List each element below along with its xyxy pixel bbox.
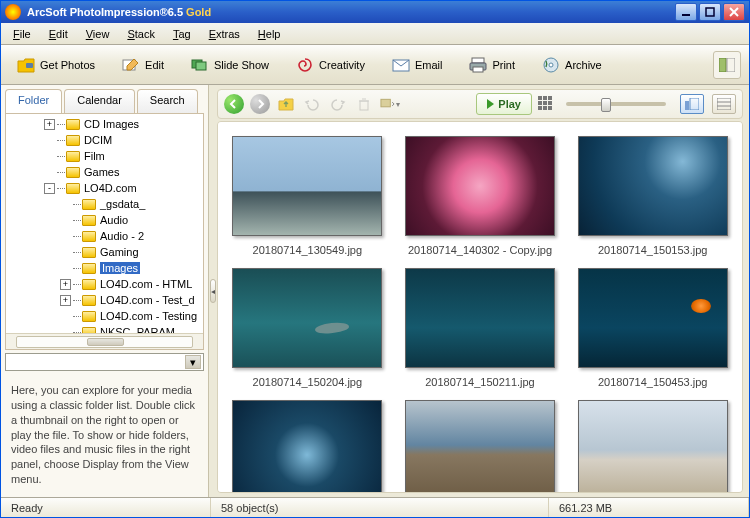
menu-file[interactable]: File	[5, 26, 39, 42]
edit-button[interactable]: Edit	[114, 51, 171, 79]
menu-tag[interactable]: Tag	[165, 26, 199, 42]
delete-button[interactable]	[354, 94, 374, 114]
thumbnail-item[interactable]: 20180714_150453.jpg	[571, 268, 734, 388]
tree-node[interactable]: Images	[6, 260, 203, 276]
nav-back-button[interactable]	[224, 94, 244, 114]
menu-stack[interactable]: Stack	[119, 26, 163, 42]
thumbnail-item[interactable]: 20180714_150211.jpg	[399, 268, 562, 388]
folder-tree[interactable]: +CD ImagesDCIMFilmGames-LO4D.com_gsdata_…	[6, 114, 203, 333]
tree-toggle-icon[interactable]: +	[44, 119, 55, 130]
thumbnail-image	[232, 400, 382, 493]
nav-forward-button[interactable]	[250, 94, 270, 114]
left-pane: FolderCalendarSearch +CD ImagesDCIMFilmG…	[1, 85, 209, 497]
tree-label: LO4D.com - Testing	[100, 310, 197, 322]
thumbnail-item[interactable]: 20180714_150153.jpg	[571, 136, 734, 256]
tree-node[interactable]: _gsdata_	[6, 196, 203, 212]
toolbar-label: Email	[415, 59, 443, 71]
display-options-button[interactable]: ▾	[380, 94, 400, 114]
minimize-button[interactable]	[675, 3, 697, 21]
tree-node[interactable]: Audio - 2	[6, 228, 203, 244]
thumbnail-filename: 20180714_130549.jpg	[253, 244, 363, 256]
rotate-left-button[interactable]	[302, 94, 322, 114]
main-toolbar: Get PhotosEditSlide ShowCreativityEmailP…	[1, 45, 749, 85]
tree-node[interactable]: +LO4D.com - Test_d	[6, 292, 203, 308]
menu-bar: FileEditViewStackTagExtrasHelp	[1, 23, 749, 45]
toolbar-label: Slide Show	[214, 59, 269, 71]
folder-icon	[66, 135, 80, 146]
menu-edit[interactable]: Edit	[41, 26, 76, 42]
title-edition: Gold	[186, 6, 211, 18]
email-button[interactable]: Email	[384, 51, 450, 79]
tree-node[interactable]: Gaming	[6, 244, 203, 260]
tree-label: LO4D.com	[84, 182, 137, 194]
get-photos-button[interactable]: Get Photos	[9, 51, 102, 79]
menu-view[interactable]: View	[78, 26, 118, 42]
tab-search[interactable]: Search	[137, 89, 198, 113]
svg-rect-9	[472, 58, 484, 63]
rotate-right-button[interactable]	[328, 94, 348, 114]
tree-node[interactable]: Audio	[6, 212, 203, 228]
svg-rect-19	[381, 99, 390, 107]
print-button[interactable]: Print	[461, 51, 522, 79]
maximize-button[interactable]	[699, 3, 721, 21]
tree-h-scrollbar[interactable]	[6, 333, 203, 349]
svg-rect-20	[685, 101, 689, 110]
thumbnail-image	[578, 268, 728, 368]
filter-dropdown[interactable]: ▾	[5, 353, 204, 371]
tree-node[interactable]: -LO4D.com	[6, 180, 203, 196]
tree-node[interactable]: Games	[6, 164, 203, 180]
tab-calendar[interactable]: Calendar	[64, 89, 135, 113]
close-button[interactable]	[723, 3, 745, 21]
thumbnail-item[interactable]	[226, 400, 389, 493]
creativity-button[interactable]: Creativity	[288, 51, 372, 79]
tree-node[interactable]: Film	[6, 148, 203, 164]
thumbnail-item[interactable]: 20180714_130549.jpg	[226, 136, 389, 256]
tree-toggle-icon[interactable]: +	[60, 279, 71, 290]
thumbnail-filename: 20180714_140302 - Copy.jpg	[408, 244, 552, 256]
thumbnail-item[interactable]	[571, 400, 734, 493]
folder-icon	[66, 151, 80, 162]
title-prefix: ArcSoft PhotoImpression	[27, 6, 160, 18]
content-area: FolderCalendarSearch +CD ImagesDCIMFilmG…	[1, 85, 749, 497]
play-button[interactable]: Play	[476, 93, 532, 115]
slide-show-button[interactable]: Slide Show	[183, 51, 276, 79]
tree-node[interactable]: DCIM	[6, 132, 203, 148]
thumbnail-grid-icon[interactable]	[538, 96, 554, 112]
tree-node[interactable]: +CD Images	[6, 116, 203, 132]
folder-icon	[82, 295, 96, 306]
thumbnail-image	[232, 136, 382, 236]
menu-extras[interactable]: Extras	[201, 26, 248, 42]
folder-icon	[66, 167, 80, 178]
svg-point-13	[549, 63, 553, 67]
tree-node[interactable]: NKSC_PARAM	[6, 324, 203, 333]
tree-node[interactable]: +LO4D.com - HTML	[6, 276, 203, 292]
up-folder-button[interactable]	[276, 94, 296, 114]
tree-label: LO4D.com - HTML	[100, 278, 192, 290]
swirl-icon	[295, 56, 315, 74]
menu-help[interactable]: Help	[250, 26, 289, 42]
tab-folder[interactable]: Folder	[5, 89, 62, 113]
disc-icon	[541, 56, 561, 74]
thumbnail-item[interactable]: 20180714_150204.jpg	[226, 268, 389, 388]
app-logo-icon	[5, 4, 21, 20]
tree-label: NKSC_PARAM	[100, 326, 175, 333]
thumbnail-item[interactable]: 20180714_140302 - Copy.jpg	[399, 136, 562, 256]
svg-rect-1	[706, 8, 714, 16]
svg-rect-16	[360, 101, 368, 110]
tree-node[interactable]: LO4D.com - Testing	[6, 308, 203, 324]
view-mode-details-button[interactable]	[712, 94, 736, 114]
archive-button[interactable]: Archive	[534, 51, 609, 79]
tree-toggle-icon[interactable]: -	[44, 183, 55, 194]
folder-icon	[82, 247, 96, 258]
view-mode-thumbnails-button[interactable]	[680, 94, 704, 114]
svg-rect-21	[690, 98, 699, 110]
svg-rect-22	[717, 98, 731, 110]
layout-toggle-button[interactable]	[713, 51, 741, 79]
svg-rect-7	[196, 62, 206, 70]
splitter[interactable]: ◂	[209, 85, 217, 497]
left-tabs: FolderCalendarSearch	[5, 89, 204, 113]
tree-toggle-icon[interactable]: +	[60, 295, 71, 306]
thumbnail-item[interactable]	[399, 400, 562, 493]
thumbnail-view[interactable]: 20180714_130549.jpg20180714_140302 - Cop…	[217, 121, 743, 493]
thumbnail-size-slider[interactable]	[566, 102, 666, 106]
